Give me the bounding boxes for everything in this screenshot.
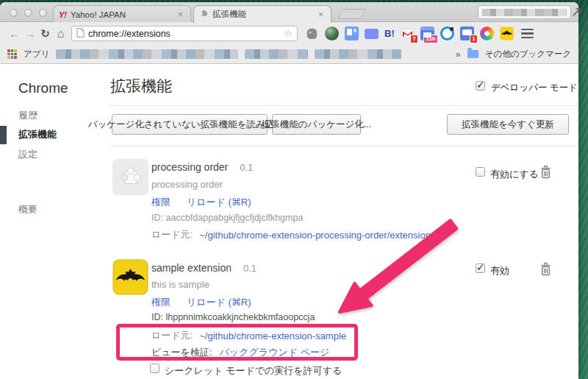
pack-extension-button[interactable]: 拡張機能のパッケージ化... <box>272 114 361 135</box>
apps-label[interactable]: アプリ <box>24 49 49 60</box>
close-tab-icon[interactable]: × <box>176 10 185 19</box>
enable-checkbox[interactable] <box>476 167 485 177</box>
extension-description: processing order <box>151 179 223 190</box>
browser-toolbar: ← → ↻ ⌂ chrome://extensions ☆ B! 7 11h <box>0 22 578 45</box>
evernote-icon[interactable] <box>305 26 319 40</box>
browser-window: Y! Yahoo! JAPAN × 拡張機能 × ← → ↻ ⌂ <box>0 2 578 379</box>
close-window-button[interactable] <box>10 9 18 17</box>
reload-link[interactable]: リロード (⌘R) <box>187 196 251 209</box>
blurred-profile-name <box>482 9 567 16</box>
permissions-link[interactable]: 権限 <box>151 196 171 209</box>
loaded-from-label: ロード元: <box>151 228 193 241</box>
load-unpacked-button[interactable]: パッケージ化されていない拡張機能を読み込む... <box>112 114 268 135</box>
minimize-window-button[interactable] <box>24 9 32 17</box>
extension-version: 0.1 <box>240 162 253 173</box>
loaded-from-path-link[interactable]: ~/github/chrome-extension-processing-ord… <box>199 230 431 241</box>
tab-title: 拡張機能 <box>212 9 316 20</box>
divider <box>110 105 578 106</box>
reload-link[interactable]: リロード (⌘R) <box>187 296 251 309</box>
tab-yahoo-japan[interactable]: Y! Yahoo! JAPAN × <box>53 5 191 23</box>
update-extensions-button[interactable]: 拡張機能を今すぐ更新 <box>447 114 569 135</box>
folder-icon <box>467 50 478 58</box>
incognito-label: シークレット モードでの実行を許可する <box>165 364 342 378</box>
reload-icon[interactable]: ↻ <box>37 28 53 39</box>
address-bar[interactable]: chrome://extensions ☆ <box>71 26 298 41</box>
batman-extension-icon[interactable] <box>500 26 514 40</box>
back-icon[interactable]: ← <box>7 28 22 39</box>
tab-strip: Y! Yahoo! JAPAN × 拡張機能 × <box>0 2 578 22</box>
panels-extension-icon[interactable] <box>345 26 359 40</box>
url-text[interactable]: chrome://extensions <box>88 29 280 39</box>
trash-icon[interactable] <box>539 164 553 180</box>
sidebar-item-about[interactable]: 概要 <box>18 203 37 216</box>
tab-extensions[interactable]: 拡張機能 × <box>193 5 331 23</box>
extension-id: ID: lhppnnimkcoakkjnchekbkmfaoopccja <box>151 312 315 322</box>
new-tab-button[interactable] <box>337 9 366 19</box>
incognito-checkbox[interactable] <box>150 364 159 373</box>
blurred-bookmarks[interactable] <box>315 49 401 59</box>
zoom-window-button[interactable] <box>39 9 47 17</box>
loaded-from-label: ロード元: <box>151 329 193 342</box>
sidebar-item-settings[interactable]: 設定 <box>18 148 37 161</box>
extensions-page: Chrome 履歴 拡張機能 設定 概要 拡張機能 デベロッパー モード パッケ… <box>0 64 578 379</box>
gmail-icon[interactable]: 7 <box>401 26 415 40</box>
active-section-indicator <box>0 126 7 144</box>
profile-name-button[interactable] <box>478 5 571 19</box>
globe-extension-icon[interactable] <box>325 26 339 40</box>
bookmark-star-icon[interactable]: ☆ <box>284 28 293 39</box>
extension-name: processing order <box>151 161 228 173</box>
page-icon <box>76 27 85 40</box>
apps-grid-icon[interactable] <box>7 49 17 59</box>
loaded-from-path-link[interactable]: ~/github/chrome-extension-sample <box>199 330 346 341</box>
tab-title: Yahoo! JAPAN <box>71 10 176 19</box>
sidebar-item-history[interactable]: 履歴 <box>18 109 37 122</box>
forward-icon[interactable]: → <box>22 28 37 39</box>
chrome-menu-icon[interactable] <box>520 27 535 40</box>
bookmarks-bar: アプリ » その他のブックマーク <box>0 45 578 64</box>
extension-icons-area: B! 7 11h 1 <box>305 26 514 40</box>
chat-badge: 1 <box>470 35 477 43</box>
calendar-badge: 11h <box>423 35 437 43</box>
blurred-bookmarks[interactable] <box>245 49 308 59</box>
hatena-bookmark-icon[interactable]: B! <box>384 26 395 40</box>
yahoo-favicon: Y! <box>59 10 67 19</box>
extension-icon-sample <box>112 259 148 298</box>
trash-icon[interactable] <box>539 261 553 277</box>
puzzle-favicon <box>199 9 209 20</box>
home-icon[interactable]: ⌂ <box>53 28 68 39</box>
fullscreen-icon[interactable] <box>571 7 582 21</box>
divider <box>110 146 578 146</box>
page-title: 拡張機能 <box>110 76 172 96</box>
extension-version: 0.1 <box>243 263 257 274</box>
close-tab-icon[interactable]: × <box>316 10 326 19</box>
extension-icon-processing-order <box>112 159 148 195</box>
developer-mode-checkbox[interactable] <box>476 81 485 91</box>
chat-icon[interactable]: 1 <box>460 26 474 40</box>
calendar-icon[interactable]: 11h <box>420 26 434 40</box>
other-bookmarks-label[interactable]: その他のブックマーク <box>485 49 571 60</box>
bookmarks-overflow-icon[interactable]: » <box>456 49 461 60</box>
speech-bubble-icon[interactable] <box>365 29 379 39</box>
window-controls <box>10 9 47 17</box>
enable-label: 有効にする <box>490 168 539 181</box>
background-page-link[interactable]: バックグラウンド ページ <box>220 346 330 359</box>
extension-description: this is sample <box>151 279 209 290</box>
sidebar-item-extensions[interactable]: 拡張機能 <box>18 128 57 141</box>
extension-id: ID: aaccbfdappabgkjfjgcfjdjclfkhgmpa <box>151 213 303 223</box>
timer-icon[interactable] <box>440 26 454 40</box>
developer-mode-label: デベロッパー モード <box>491 82 578 94</box>
blurred-bookmarks[interactable] <box>56 49 238 59</box>
gmail-badge: 7 <box>410 35 417 43</box>
pinwheel-icon[interactable] <box>480 26 494 40</box>
extension-name: sample extension <box>151 262 232 274</box>
enable-label: 有効 <box>490 264 509 277</box>
inspect-views-label: ビューを検証: <box>151 346 212 359</box>
permissions-link[interactable]: 権限 <box>151 296 171 309</box>
enable-checkbox[interactable] <box>476 263 485 273</box>
chrome-settings-title: Chrome <box>18 80 68 96</box>
